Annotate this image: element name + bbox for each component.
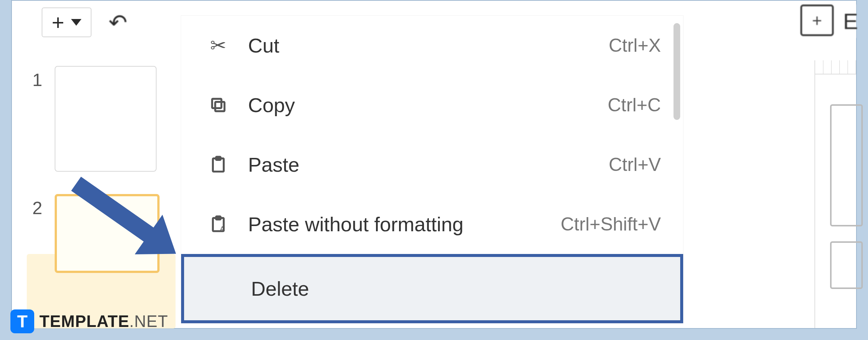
ruler — [815, 60, 856, 74]
right-panel — [814, 60, 856, 328]
toolbar: + ↶ — [42, 7, 127, 37]
menu-item-paste-without-formatting[interactable]: A Paste without formatting Ctrl+Shift+V — [181, 194, 683, 254]
slide-preview[interactable] — [55, 66, 157, 172]
panel-box — [830, 241, 863, 289]
right-panel-fragment: E — [845, 4, 856, 38]
menu-label: Paste — [233, 153, 609, 176]
plus-icon: + — [52, 12, 64, 33]
svg-rect-1 — [212, 99, 221, 108]
menu-shortcut: Ctrl+Shift+V — [560, 213, 661, 235]
menu-item-copy[interactable]: Copy Ctrl+C — [181, 75, 683, 135]
clipboard-icon — [203, 154, 233, 175]
add-comment-icon[interactable]: + — [800, 4, 834, 36]
app-frame: + ↶ + E 1 2 ✂ Cut Ctrl+X Copy Ctrl+C — [11, 0, 857, 329]
new-slide-button[interactable]: + — [42, 7, 91, 37]
menu-label: Cut — [233, 34, 609, 57]
panel-box — [830, 104, 863, 226]
chevron-down-icon — [71, 19, 81, 26]
clipboard-plain-icon: A — [203, 214, 233, 235]
slide-thumb-1[interactable]: 1 — [32, 66, 160, 172]
slide-number: 2 — [32, 194, 55, 218]
watermark-text: TEMPLATE.NET — [39, 312, 168, 331]
menu-item-delete[interactable]: Delete — [181, 254, 683, 323]
watermark-suffix: .NET — [129, 312, 168, 330]
menu-label: Copy — [233, 93, 608, 117]
menu-scrollbar[interactable] — [673, 23, 680, 120]
undo-icon[interactable]: ↶ — [109, 9, 127, 35]
slide-thumbnails: 1 2 — [32, 66, 160, 295]
context-menu: ✂ Cut Ctrl+X Copy Ctrl+C Paste Ctrl+V A … — [181, 16, 683, 323]
menu-shortcut: Ctrl+V — [609, 154, 661, 175]
svg-text:A: A — [220, 225, 225, 233]
menu-item-cut[interactable]: ✂ Cut Ctrl+X — [181, 16, 683, 75]
menu-shortcut: Ctrl+C — [608, 94, 661, 116]
menu-shortcut: Ctrl+X — [609, 35, 661, 56]
scissors-icon: ✂ — [203, 34, 233, 57]
watermark-brand: TEMPLATE — [39, 312, 129, 330]
menu-item-paste[interactable]: Paste Ctrl+V — [181, 135, 683, 194]
watermark: T TEMPLATE.NET — [10, 309, 168, 333]
menu-label: Paste without formatting — [233, 213, 560, 236]
watermark-badge: T — [10, 309, 34, 333]
menu-label: Delete — [206, 277, 658, 300]
copy-icon — [203, 96, 233, 114]
svg-rect-0 — [215, 102, 225, 111]
slide-number: 1 — [32, 66, 55, 90]
